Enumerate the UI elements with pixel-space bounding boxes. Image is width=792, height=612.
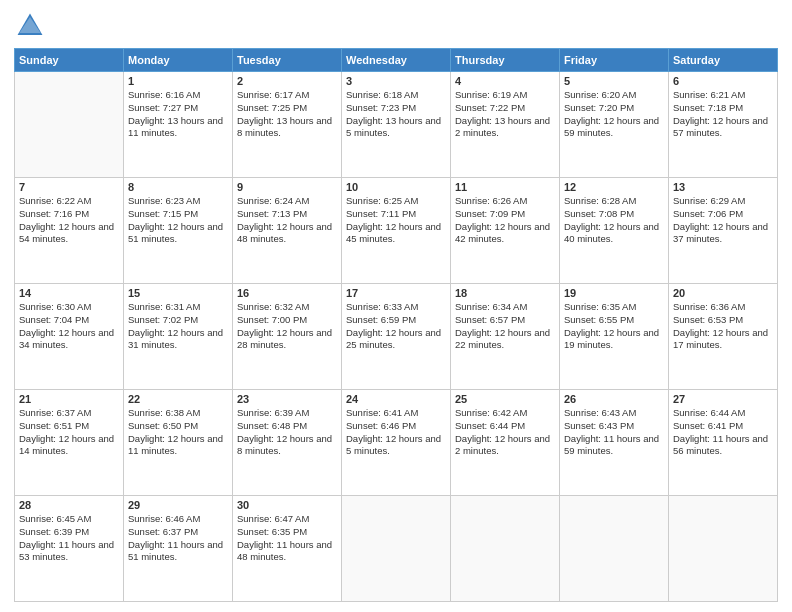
daylight-text-2: 34 minutes. bbox=[19, 339, 119, 352]
calendar-cell: 11Sunrise: 6:26 AMSunset: 7:09 PMDayligh… bbox=[451, 178, 560, 284]
sunset-text: Sunset: 7:18 PM bbox=[673, 102, 773, 115]
sunset-text: Sunset: 7:04 PM bbox=[19, 314, 119, 327]
calendar-header-sunday: Sunday bbox=[15, 49, 124, 72]
day-number: 9 bbox=[237, 181, 337, 193]
sunset-text: Sunset: 6:51 PM bbox=[19, 420, 119, 433]
daylight-text-1: Daylight: 12 hours and bbox=[128, 327, 228, 340]
calendar-cell: 8Sunrise: 6:23 AMSunset: 7:15 PMDaylight… bbox=[124, 178, 233, 284]
sunset-text: Sunset: 7:09 PM bbox=[455, 208, 555, 221]
daylight-text-2: 53 minutes. bbox=[19, 551, 119, 564]
sunrise-text: Sunrise: 6:32 AM bbox=[237, 301, 337, 314]
day-number: 19 bbox=[564, 287, 664, 299]
calendar-cell: 2Sunrise: 6:17 AMSunset: 7:25 PMDaylight… bbox=[233, 72, 342, 178]
calendar-cell: 24Sunrise: 6:41 AMSunset: 6:46 PMDayligh… bbox=[342, 390, 451, 496]
calendar-cell: 16Sunrise: 6:32 AMSunset: 7:00 PMDayligh… bbox=[233, 284, 342, 390]
sunset-text: Sunset: 6:48 PM bbox=[237, 420, 337, 433]
daylight-text-1: Daylight: 12 hours and bbox=[346, 327, 446, 340]
daylight-text-2: 45 minutes. bbox=[346, 233, 446, 246]
calendar-header-tuesday: Tuesday bbox=[233, 49, 342, 72]
daylight-text-2: 11 minutes. bbox=[128, 445, 228, 458]
daylight-text-1: Daylight: 13 hours and bbox=[346, 115, 446, 128]
calendar-cell: 21Sunrise: 6:37 AMSunset: 6:51 PMDayligh… bbox=[15, 390, 124, 496]
sunrise-text: Sunrise: 6:43 AM bbox=[564, 407, 664, 420]
day-number: 17 bbox=[346, 287, 446, 299]
daylight-text-1: Daylight: 12 hours and bbox=[673, 327, 773, 340]
sunrise-text: Sunrise: 6:39 AM bbox=[237, 407, 337, 420]
sunset-text: Sunset: 6:46 PM bbox=[346, 420, 446, 433]
daylight-text-1: Daylight: 12 hours and bbox=[237, 327, 337, 340]
calendar-week-1: 1Sunrise: 6:16 AMSunset: 7:27 PMDaylight… bbox=[15, 72, 778, 178]
sunset-text: Sunset: 7:11 PM bbox=[346, 208, 446, 221]
daylight-text-2: 37 minutes. bbox=[673, 233, 773, 246]
daylight-text-1: Daylight: 12 hours and bbox=[455, 221, 555, 234]
sunset-text: Sunset: 7:08 PM bbox=[564, 208, 664, 221]
sunset-text: Sunset: 6:43 PM bbox=[564, 420, 664, 433]
day-number: 7 bbox=[19, 181, 119, 193]
sunset-text: Sunset: 7:25 PM bbox=[237, 102, 337, 115]
calendar-header-thursday: Thursday bbox=[451, 49, 560, 72]
daylight-text-2: 59 minutes. bbox=[564, 445, 664, 458]
calendar-cell: 26Sunrise: 6:43 AMSunset: 6:43 PMDayligh… bbox=[560, 390, 669, 496]
calendar-cell: 3Sunrise: 6:18 AMSunset: 7:23 PMDaylight… bbox=[342, 72, 451, 178]
day-number: 26 bbox=[564, 393, 664, 405]
sunrise-text: Sunrise: 6:36 AM bbox=[673, 301, 773, 314]
calendar-cell: 19Sunrise: 6:35 AMSunset: 6:55 PMDayligh… bbox=[560, 284, 669, 390]
sunrise-text: Sunrise: 6:31 AM bbox=[128, 301, 228, 314]
calendar-header-row: SundayMondayTuesdayWednesdayThursdayFrid… bbox=[15, 49, 778, 72]
daylight-text-1: Daylight: 12 hours and bbox=[128, 221, 228, 234]
calendar-header-saturday: Saturday bbox=[669, 49, 778, 72]
day-number: 23 bbox=[237, 393, 337, 405]
daylight-text-2: 57 minutes. bbox=[673, 127, 773, 140]
sunset-text: Sunset: 7:23 PM bbox=[346, 102, 446, 115]
daylight-text-2: 54 minutes. bbox=[19, 233, 119, 246]
calendar-cell: 5Sunrise: 6:20 AMSunset: 7:20 PMDaylight… bbox=[560, 72, 669, 178]
daylight-text-2: 14 minutes. bbox=[19, 445, 119, 458]
calendar-cell bbox=[15, 72, 124, 178]
daylight-text-1: Daylight: 12 hours and bbox=[19, 221, 119, 234]
calendar-cell: 29Sunrise: 6:46 AMSunset: 6:37 PMDayligh… bbox=[124, 496, 233, 602]
sunrise-text: Sunrise: 6:30 AM bbox=[19, 301, 119, 314]
calendar-header-monday: Monday bbox=[124, 49, 233, 72]
page-header bbox=[14, 10, 778, 42]
sunrise-text: Sunrise: 6:35 AM bbox=[564, 301, 664, 314]
day-number: 11 bbox=[455, 181, 555, 193]
daylight-text-2: 19 minutes. bbox=[564, 339, 664, 352]
sunset-text: Sunset: 7:00 PM bbox=[237, 314, 337, 327]
day-number: 29 bbox=[128, 499, 228, 511]
sunrise-text: Sunrise: 6:24 AM bbox=[237, 195, 337, 208]
daylight-text-2: 17 minutes. bbox=[673, 339, 773, 352]
sunrise-text: Sunrise: 6:33 AM bbox=[346, 301, 446, 314]
calendar-cell: 30Sunrise: 6:47 AMSunset: 6:35 PMDayligh… bbox=[233, 496, 342, 602]
day-number: 14 bbox=[19, 287, 119, 299]
calendar-cell: 1Sunrise: 6:16 AMSunset: 7:27 PMDaylight… bbox=[124, 72, 233, 178]
sunrise-text: Sunrise: 6:42 AM bbox=[455, 407, 555, 420]
day-number: 2 bbox=[237, 75, 337, 87]
sunset-text: Sunset: 7:20 PM bbox=[564, 102, 664, 115]
day-number: 16 bbox=[237, 287, 337, 299]
daylight-text-1: Daylight: 12 hours and bbox=[237, 433, 337, 446]
daylight-text-1: Daylight: 11 hours and bbox=[19, 539, 119, 552]
day-number: 1 bbox=[128, 75, 228, 87]
daylight-text-2: 5 minutes. bbox=[346, 445, 446, 458]
sunset-text: Sunset: 7:06 PM bbox=[673, 208, 773, 221]
sunset-text: Sunset: 7:02 PM bbox=[128, 314, 228, 327]
day-number: 27 bbox=[673, 393, 773, 405]
sunrise-text: Sunrise: 6:47 AM bbox=[237, 513, 337, 526]
sunrise-text: Sunrise: 6:23 AM bbox=[128, 195, 228, 208]
calendar-cell bbox=[560, 496, 669, 602]
calendar-header-wednesday: Wednesday bbox=[342, 49, 451, 72]
day-number: 12 bbox=[564, 181, 664, 193]
day-number: 4 bbox=[455, 75, 555, 87]
daylight-text-2: 40 minutes. bbox=[564, 233, 664, 246]
daylight-text-2: 5 minutes. bbox=[346, 127, 446, 140]
daylight-text-2: 11 minutes. bbox=[128, 127, 228, 140]
sunrise-text: Sunrise: 6:37 AM bbox=[19, 407, 119, 420]
sunrise-text: Sunrise: 6:17 AM bbox=[237, 89, 337, 102]
sunset-text: Sunset: 6:50 PM bbox=[128, 420, 228, 433]
calendar-cell: 12Sunrise: 6:28 AMSunset: 7:08 PMDayligh… bbox=[560, 178, 669, 284]
daylight-text-2: 31 minutes. bbox=[128, 339, 228, 352]
calendar-header-friday: Friday bbox=[560, 49, 669, 72]
day-number: 20 bbox=[673, 287, 773, 299]
daylight-text-2: 8 minutes. bbox=[237, 445, 337, 458]
calendar-cell: 13Sunrise: 6:29 AMSunset: 7:06 PMDayligh… bbox=[669, 178, 778, 284]
